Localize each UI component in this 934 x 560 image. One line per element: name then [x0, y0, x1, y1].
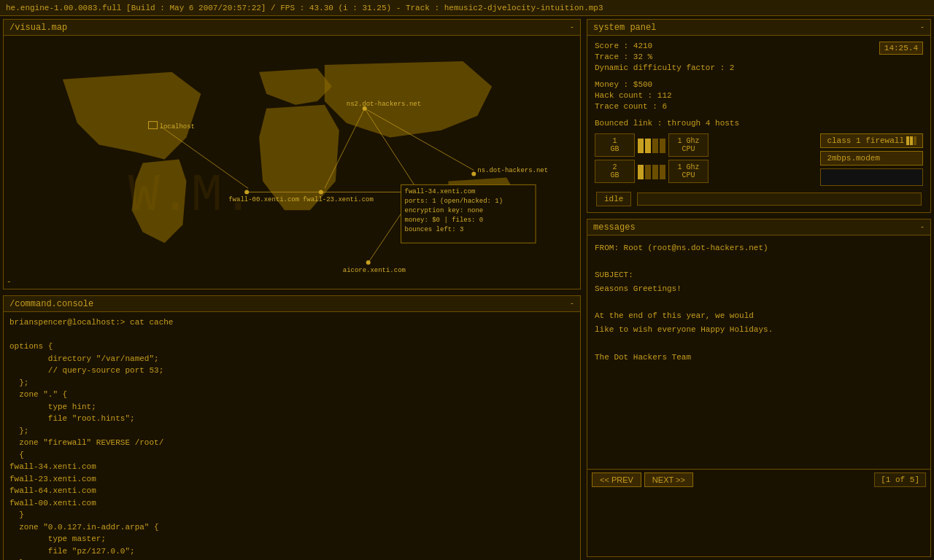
aicore-label: aicore.xenti.com: [343, 267, 406, 274]
command-console-title: /command.console: [9, 299, 93, 309]
hw-bar-2-1: [638, 165, 644, 179]
hw-buttons: class 1 firewall 2mbps.modem: [820, 133, 923, 186]
console-line: [9, 329, 574, 341]
console-line: type master;: [9, 533, 574, 545]
title-bar: he.engine-1.00.0083.full [Build : May 6 …: [0, 0, 934, 16]
console-line: fwall-23.xenti.com: [9, 473, 574, 486]
console-line: file "root.hints";: [9, 413, 574, 425]
ns2-label: ns2.dot-hackers.net: [347, 101, 421, 108]
console-line: };: [9, 557, 574, 560]
console-line: file "pz/127.0.0";: [9, 545, 574, 558]
tooltip-money: money: $0 | files: 0: [405, 217, 484, 224]
hw-black-box: [820, 168, 923, 186]
console-content[interactable]: brianspencer@localhost:> cat cache optio…: [4, 312, 580, 560]
aicore-dot: [366, 260, 371, 265]
console-line: fwall-00.xenti.com: [9, 497, 574, 510]
console-line: options {: [9, 341, 574, 353]
trace-row: Trace : 32 %: [595, 52, 734, 61]
visual-map-minimize[interactable]: -: [570, 23, 574, 31]
bounced-row: Bounced link : through 4 hosts: [595, 119, 923, 128]
ns-label: ns.dot-hackers.net: [477, 167, 548, 174]
map-content: W.M.: [4, 36, 580, 289]
hw-bar-1-3: [652, 139, 658, 153]
tooltip-ports: ports: 1 (open/hacked: 1): [405, 198, 503, 205]
hw-unit-1-cpu: 1 Ghz CPU: [668, 133, 709, 157]
command-console-header: /command.console -: [4, 296, 580, 312]
console-line: };: [9, 425, 574, 438]
title-text: he.engine-1.00.0083.full [Build : May 6 …: [6, 4, 603, 12]
hardware-section: 1 GB 1 Ghz CPU: [595, 133, 923, 186]
message-body-line: The Dot Hackers Team: [595, 351, 923, 365]
command-console-minimize[interactable]: -: [570, 300, 574, 308]
map-minus-button[interactable]: -: [7, 277, 12, 286]
firewall-indicator: [906, 136, 916, 145]
hw-bars-2: [638, 165, 665, 179]
hw-bar-2-2: [645, 165, 651, 179]
visual-map-header: /visual.map -: [4, 20, 580, 36]
modem-button-label: 2mbps.modem: [827, 154, 880, 163]
firewall-button-label: class 1 firewall: [827, 136, 904, 145]
status-bar: idle: [595, 192, 923, 206]
hw-bar-2-3: [652, 165, 658, 179]
messages-header: messages -: [587, 219, 930, 236]
console-line: zone "." {: [9, 389, 574, 401]
difficulty-row: Dynamic difficulty factor : 2: [595, 63, 734, 72]
nav-counter: [1 of 5]: [874, 472, 926, 487]
system-panel-minimize[interactable]: -: [920, 23, 925, 31]
hw-bar-2-4: [660, 165, 665, 179]
ns-dot: [471, 171, 476, 176]
continent-south-america: [132, 160, 187, 244]
visual-map-panel: /visual.map - W.M.: [3, 19, 581, 289]
continent-asia: [325, 61, 492, 138]
left-column: /visual.map - W.M.: [0, 16, 584, 560]
hw-unit-2-cpu: 1 Ghz CPU: [668, 160, 709, 183]
command-console-panel: /command.console - brianspencer@localhos…: [3, 295, 581, 560]
console-line: zone "firewall" REVERSE /root/: [9, 437, 574, 449]
hw-bar-1-2: [645, 139, 651, 153]
system-panel: system panel - Score : 4210 Trace : 32 %…: [587, 19, 931, 213]
continent-africa: [259, 105, 339, 211]
messages-panel: messages - FROM: Root (root@ns.dot-hacke…: [587, 219, 931, 557]
fwall23-label: fwall-23.xenti.com: [303, 196, 374, 203]
system-panel-header: system panel -: [587, 20, 930, 36]
system-panel-content: Score : 4210 Trace : 32 % Dynamic diffic…: [587, 36, 930, 212]
visual-map-title: /visual.map: [9, 23, 67, 33]
messages-minimize[interactable]: -: [920, 223, 925, 231]
console-line: fwall-64.xenti.com: [9, 485, 574, 497]
console-line: brianspencer@localhost:> cat cache: [9, 316, 574, 329]
messages-title: messages: [593, 222, 636, 233]
fwall23-dot: [319, 190, 323, 194]
tooltip-bounces: bounces left: 3: [405, 226, 464, 233]
hw-unit-1-ram: 1 GB: [595, 133, 635, 157]
system-panel-title: system panel: [593, 23, 656, 33]
status-label: idle: [596, 192, 631, 206]
status-progress-bar: [637, 192, 922, 206]
localhost-label: localhost: [160, 123, 195, 131]
console-line: }: [9, 509, 574, 521]
console-line: };: [9, 377, 574, 389]
score-row: Score : 4210: [595, 42, 734, 50]
message-body-line: like to wish everyone Happy Holidays.: [595, 323, 923, 337]
console-line: fwall-34.xenti.com: [9, 461, 574, 473]
console-line: // query-source port 53;: [9, 365, 574, 377]
fwall00-label: fwall-00.xenti.com: [228, 196, 299, 203]
messages-body: At the end of this year, we wouldlike to…: [595, 309, 923, 364]
firewall-button[interactable]: class 1 firewall: [820, 133, 923, 148]
console-line: type hint;: [9, 401, 574, 413]
money-row: Money : $500: [595, 80, 923, 89]
tooltip-title: fwall-34.xenti.com: [405, 188, 476, 195]
messages-nav: << PREV NEXT >> [1 of 5]: [587, 469, 930, 490]
messages-subject: Seasons Greetings!: [595, 282, 923, 296]
next-button[interactable]: NEXT >>: [644, 472, 693, 487]
fwall00-dot: [244, 190, 249, 194]
prev-button[interactable]: << PREV: [592, 472, 641, 487]
hw-unit-2-ram: 2 GB: [595, 160, 635, 183]
messages-subject-label: SUBJECT:: [595, 268, 923, 282]
messages-from: FROM: Root (root@ns.dot-hackers.net): [595, 241, 923, 255]
console-line: directory "/var/named";: [9, 353, 574, 365]
trace-count-row: Trace count : 6: [595, 102, 923, 111]
continent-north-america: [63, 72, 201, 160]
message-body-line: At the end of this year, we would: [595, 309, 923, 323]
hack-count-row: Hack count : 112: [595, 91, 923, 100]
modem-button[interactable]: 2mbps.modem: [820, 151, 923, 166]
